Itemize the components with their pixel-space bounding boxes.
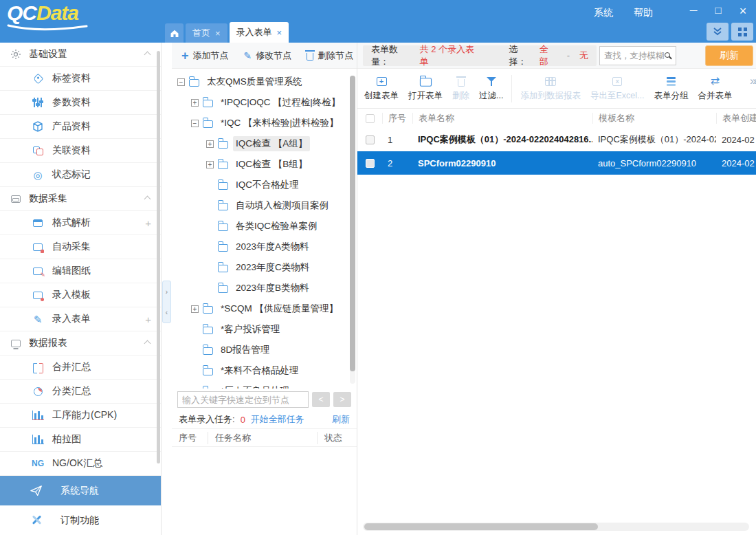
sidebar-scrollbar[interactable] <box>157 51 160 463</box>
select-all-link[interactable]: 全部 <box>540 43 557 68</box>
sidebar-item-status-mark[interactable]: ◎ 状态标记 <box>0 163 161 187</box>
tab-home[interactable]: 首页 × <box>186 23 227 43</box>
column-header-template[interactable]: 模板名称 <box>592 113 716 124</box>
sidebar-item-category-summary[interactable]: 分类汇总 <box>0 380 161 404</box>
tag-icon <box>32 72 44 85</box>
tree-node[interactable]: *SCQM 【供应链质量管理】 <box>172 298 357 319</box>
column-header-created[interactable]: 表单创建时间 <box>716 113 756 124</box>
chevron-right-icon: › <box>166 288 168 296</box>
sidebar-item-cpk[interactable]: 工序能力(CPK) <box>0 404 161 428</box>
collapse-icon[interactable] <box>191 120 199 127</box>
sidebar-item-edit-drawing[interactable]: 编辑图纸 <box>0 259 161 283</box>
scrollbar-thumb[interactable] <box>364 523 598 530</box>
tree-node[interactable]: *IPQC|OQC 【过程检|终检】 <box>172 92 357 113</box>
tree-node[interactable]: IQC检查 【B组】 <box>172 154 357 175</box>
sidebar-item-product-data[interactable]: 产品资料 <box>0 115 161 139</box>
start-all-tasks-link[interactable]: 开始全部任务 <box>251 413 304 426</box>
sidebar-item-relation-data[interactable]: 关联资料 <box>0 139 161 163</box>
sidebar-item-ngok-summary[interactable]: NG NG/OK汇总 <box>0 452 161 476</box>
sidebar-item-format-parse[interactable]: 格式解析 + <box>0 211 161 235</box>
column-header-no[interactable]: 序号 <box>382 113 412 124</box>
form-table-header: 序号 表单名称 模板名称 表单创建时间 <box>357 109 756 128</box>
tree-node[interactable]: 自动填入检测项目案例 <box>172 195 357 216</box>
row-checkbox[interactable] <box>366 159 375 168</box>
tab-entry-form[interactable]: 录入表单 × <box>230 22 289 43</box>
maximize-icon[interactable]: □ <box>711 4 726 19</box>
add-icon[interactable]: + <box>145 217 151 229</box>
sidebar-item-entry-form[interactable]: ✎ 录入表单 + <box>0 307 161 331</box>
tree-node[interactable]: 各类IQC检验单案例 <box>172 216 357 237</box>
row-checkbox[interactable] <box>366 135 375 144</box>
close-tab-icon[interactable]: × <box>277 28 282 37</box>
tree-search-input[interactable] <box>177 391 309 408</box>
search-icon[interactable] <box>665 52 670 58</box>
task-refresh-link[interactable]: 刷新 <box>332 413 350 426</box>
tree-node[interactable]: IQC不合格处理 <box>172 175 357 195</box>
sidebar-item-parameter-data[interactable]: 参数资料 <box>0 91 161 115</box>
sidebar-item-custom-functions[interactable]: 订制功能 <box>0 505 161 535</box>
horizontal-scrollbar[interactable] <box>363 523 749 531</box>
sidebar-item-pareto[interactable]: 柏拉图 <box>0 428 161 452</box>
layout-grid-button[interactable] <box>731 23 753 41</box>
expand-icon[interactable] <box>191 305 199 313</box>
add-node-button[interactable]: +添加节点 <box>181 50 229 62</box>
logo-swoosh-icon <box>7 24 88 32</box>
home-tab-button[interactable] <box>165 23 184 43</box>
titlebar: QCData 系统 帮助 ─ □ × 首页 × 录入表单 × <box>0 0 756 43</box>
tree-scrollbar[interactable] <box>350 76 355 384</box>
tree-node[interactable]: 2023年度C类物料 <box>172 257 357 278</box>
tree-node[interactable]: *客户投诉管理 <box>172 319 357 340</box>
expand-icon[interactable] <box>206 140 214 148</box>
folder-icon <box>189 79 199 87</box>
close-icon[interactable]: × <box>735 4 751 19</box>
select-label: 选择： <box>509 43 535 68</box>
edit-node-button[interactable]: ✎修改节点 <box>244 50 292 62</box>
tree-node[interactable]: *IQC 【来料检验|进料检验】 <box>172 113 357 133</box>
open-form-button[interactable]: 打开表单 <box>407 75 444 102</box>
form-search-input[interactable] <box>604 51 665 61</box>
minimize-icon[interactable]: ─ <box>686 4 701 19</box>
select-none-link[interactable]: 无 <box>579 50 588 62</box>
expand-icon[interactable] <box>191 99 199 107</box>
refresh-button[interactable]: 刷新 <box>705 45 753 66</box>
menu-help[interactable]: 帮助 <box>634 7 653 19</box>
tree-node[interactable]: 8D报告管理 <box>172 340 357 360</box>
tree-node[interactable]: *厂内不良品处理 <box>172 381 357 389</box>
close-tab-icon[interactable]: × <box>215 29 221 38</box>
form-group-button[interactable]: 表单分组 <box>652 75 689 102</box>
sidebar-item-system-nav[interactable]: 系统导航 <box>0 476 161 505</box>
sidebar-section-data-report[interactable]: 数据报表 <box>0 331 161 356</box>
tree-node-selected[interactable]: IQC检查 【A组】 <box>172 133 357 154</box>
table-row[interactable]: 1 IPQC案例模板（01）-2024-022024042816... IPQC… <box>357 128 756 151</box>
menu-system[interactable]: 系统 <box>594 7 613 19</box>
trash-icon <box>307 53 313 61</box>
column-header-name[interactable]: 表单名称 <box>412 113 592 124</box>
locate-next-button[interactable]: > <box>333 392 351 407</box>
tree-node[interactable]: *来料不合格品处理 <box>172 360 357 381</box>
locate-prev-button[interactable]: < <box>312 392 330 407</box>
add-icon[interactable]: + <box>145 314 151 325</box>
sidebar-section-basic-settings[interactable]: 基础设置 <box>0 43 161 67</box>
toolbar-scroll-right-icon[interactable]: »» <box>750 74 756 88</box>
folder-icon <box>218 182 228 190</box>
splitter-toggle[interactable]: ›‹ <box>162 281 171 323</box>
sidebar-section-data-collection[interactable]: 数据采集 <box>0 187 161 211</box>
expand-icon[interactable] <box>206 161 214 168</box>
collapse-icon[interactable] <box>177 78 185 86</box>
tree-node[interactable]: 2023年度B类物料 <box>172 278 357 298</box>
sidebar-item-merge-summary[interactable]: 合并汇总 <box>0 356 161 380</box>
create-form-button[interactable]: 创建表单 <box>363 75 400 102</box>
filter-button[interactable]: 过滤... <box>478 75 504 102</box>
delete-node-button[interactable]: 删除节点 <box>307 50 353 62</box>
sidebar-item-entry-template[interactable]: 录入模板 <box>0 283 161 307</box>
export-excel-icon: x <box>612 75 622 87</box>
toolbar-scroll-left-icon[interactable]: ← <box>710 76 720 87</box>
sidebar-item-auto-collect[interactable]: 自动采集 <box>0 235 161 259</box>
dash: - <box>562 50 575 61</box>
collapse-all-button[interactable] <box>707 23 729 41</box>
tree-node[interactable]: 2023年度A类物料 <box>172 237 357 257</box>
sidebar-item-tag-data[interactable]: 标签资料 <box>0 67 161 91</box>
tree-node[interactable]: 太友QMS质量管理系统 <box>172 72 357 92</box>
table-row-selected[interactable]: 2 SPCform02290910 auto_SPCform02290910 2… <box>357 151 756 175</box>
select-all-checkbox[interactable] <box>366 114 375 123</box>
